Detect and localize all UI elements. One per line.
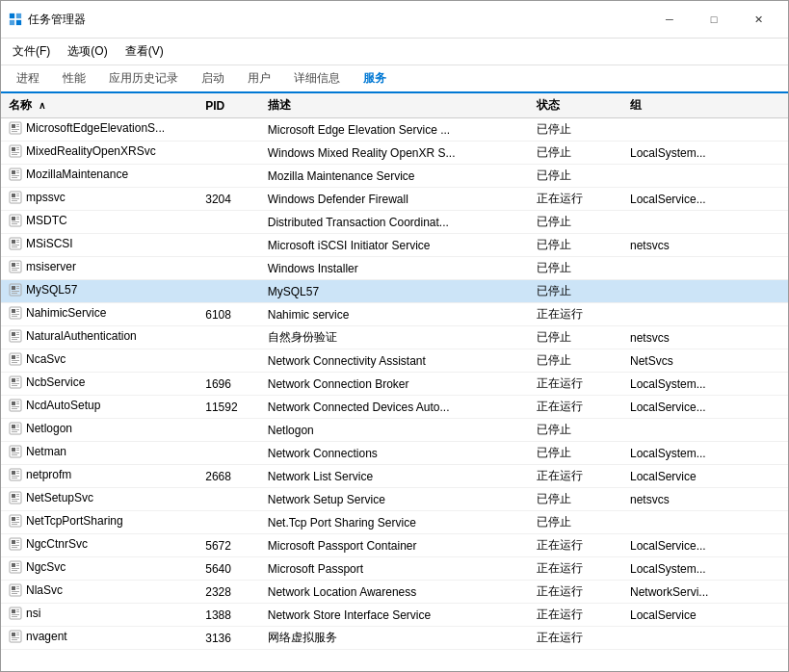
svg-rect-117 [12, 547, 17, 548]
svg-rect-27 [12, 200, 17, 201]
minimize-button[interactable]: ─ [647, 7, 692, 32]
table-row[interactable]: NgcSvc 5640Microsoft Passport正在运行LocalSy… [1, 557, 788, 581]
table-row[interactable]: NahimicService 6108Nahimic service正在运行 [1, 303, 788, 326]
svg-rect-2 [10, 20, 14, 25]
svg-rect-59 [12, 332, 15, 336]
cell-name: NcbService [1, 373, 197, 396]
menu-options[interactable]: 选项(O) [60, 40, 115, 63]
svg-rect-33 [12, 223, 17, 224]
svg-rect-49 [16, 288, 19, 289]
cell-pid [197, 349, 260, 373]
col-header-name[interactable]: 名称 ∧ [1, 93, 197, 118]
cell-group: LocalSystem... [622, 442, 788, 465]
cell-name: NcaSvc [1, 349, 197, 373]
svg-rect-56 [12, 314, 19, 315]
tab-details[interactable]: 详细信息 [282, 65, 352, 91]
table-row[interactable]: netprofm 2668Network List Service正在运行Loc… [1, 465, 788, 488]
table-row[interactable]: NcaSvc Network Connectivity Assistant已停止… [1, 349, 788, 373]
cell-desc: Net.Tcp Port Sharing Service [260, 511, 530, 534]
svg-rect-39 [12, 246, 17, 247]
cell-pid: 2668 [197, 465, 260, 488]
table-row[interactable]: MySQL57 MySQL57已停止 [1, 280, 788, 303]
table-row[interactable]: NetSetupSvc Network Setup Service已停止nets… [1, 488, 788, 511]
cell-name: MicrosoftEdgeElevationS... [1, 118, 197, 142]
maximize-button[interactable]: □ [692, 7, 736, 32]
table-row[interactable]: msiserver Windows Installer已停止 [1, 257, 788, 280]
table-row[interactable]: MicrosoftEdgeElevationS... Microsoft Edg… [1, 118, 788, 142]
table-row[interactable]: nsi 1388Network Store Interface Service正… [1, 604, 788, 627]
table-row[interactable]: NgcCtnrSvc 5672Microsoft Passport Contai… [1, 534, 788, 557]
col-header-status[interactable]: 状态 [529, 93, 622, 118]
cell-name: Netman [1, 442, 197, 465]
table-row[interactable]: mpssvc 3204Windows Defender Firewall正在运行… [1, 188, 788, 211]
cell-status: 正在运行 [529, 373, 622, 396]
table-row[interactable]: MixedRealityOpenXRSvc Windows Mixed Real… [1, 142, 788, 165]
cell-status: 正在运行 [529, 604, 622, 627]
cell-pid [197, 511, 260, 534]
table-row[interactable]: NlaSvc 2328Network Location Awareness正在运… [1, 581, 788, 604]
cell-desc: Windows Mixed Reality OpenXR S... [260, 142, 530, 165]
table-header-row: 名称 ∧ PID 描述 状态 组 [1, 93, 788, 118]
svg-rect-119 [12, 563, 15, 567]
col-header-group[interactable]: 组 [622, 93, 788, 118]
svg-rect-114 [16, 540, 19, 541]
tab-startup[interactable]: 启动 [190, 65, 236, 91]
tab-users[interactable]: 用户 [236, 65, 282, 91]
cell-desc: Microsoft Passport Container [260, 534, 530, 557]
table-row[interactable]: MSiSCSI Microsoft iSCSI Initiator Servic… [1, 234, 788, 257]
svg-rect-68 [12, 360, 19, 361]
menu-view[interactable]: 查看(V) [118, 40, 171, 63]
table-row[interactable]: NaturalAuthentication 自然身份验证已停止netsvcs [1, 326, 788, 349]
cell-name: MSDTC [1, 211, 197, 234]
cell-pid: 3136 [197, 627, 260, 650]
close-button[interactable]: ✕ [736, 7, 780, 32]
cell-group: LocalService [622, 604, 788, 627]
svg-rect-66 [16, 355, 19, 356]
cell-pid: 1388 [197, 604, 260, 627]
table-row[interactable]: MozillaMaintenance Mozilla Maintenance S… [1, 165, 788, 188]
cell-status: 已停止 [529, 142, 622, 165]
svg-rect-62 [12, 337, 19, 338]
cell-pid [197, 211, 260, 234]
svg-rect-3 [16, 20, 21, 25]
service-icon [9, 468, 22, 481]
menu-file[interactable]: 文件(F) [5, 40, 58, 63]
service-icon [9, 260, 22, 273]
cell-name: NetSetupSvc [1, 488, 197, 511]
title-left: 任务管理器 [9, 12, 86, 28]
table-row[interactable]: nvagent 3136网络虚拟服务正在运行 [1, 627, 788, 650]
cell-desc: Netlogon [260, 419, 530, 442]
cell-status: 已停止 [529, 326, 622, 349]
tab-bar: 进程 性能 应用历史记录 启动 用户 详细信息 服务 [1, 65, 788, 93]
cell-status: 正在运行 [529, 627, 622, 650]
cell-status: 已停止 [529, 511, 622, 534]
svg-rect-80 [12, 406, 19, 407]
svg-rect-63 [12, 339, 17, 340]
svg-rect-57 [12, 316, 17, 317]
svg-rect-131 [12, 609, 15, 613]
svg-rect-1 [16, 13, 21, 18]
cell-pid [197, 234, 260, 257]
tab-app-history[interactable]: 应用历史记录 [97, 65, 190, 91]
table-row[interactable]: Netman Network Connections已停止LocalSystem… [1, 442, 788, 465]
tab-services[interactable]: 服务 [352, 65, 398, 93]
tab-performance[interactable]: 性能 [51, 65, 97, 91]
table-row[interactable]: NetTcpPortSharing Net.Tcp Port Sharing S… [1, 511, 788, 534]
col-header-desc[interactable]: 描述 [260, 93, 530, 118]
table-row[interactable]: NcbService 1696Network Connection Broker… [1, 373, 788, 396]
tab-process[interactable]: 进程 [5, 65, 51, 91]
table-row[interactable]: NcdAutoSetup 11592Network Connected Devi… [1, 396, 788, 419]
svg-rect-111 [12, 524, 17, 525]
service-icon [9, 191, 22, 204]
svg-rect-24 [16, 194, 19, 194]
cell-group: NetworkServi... [622, 581, 788, 604]
col-header-pid[interactable]: PID [197, 93, 260, 118]
cell-status: 已停止 [529, 488, 622, 511]
table-row[interactable]: Netlogon Netlogon已停止 [1, 419, 788, 442]
table-row[interactable]: MSDTC Distributed Transaction Coordinat.… [1, 211, 788, 234]
svg-rect-99 [12, 478, 17, 478]
svg-rect-72 [16, 378, 19, 379]
service-icon [9, 352, 22, 366]
svg-rect-84 [16, 425, 19, 426]
services-table-container[interactable]: 名称 ∧ PID 描述 状态 组 MicrosoftEdgeElevationS… [1, 93, 788, 671]
